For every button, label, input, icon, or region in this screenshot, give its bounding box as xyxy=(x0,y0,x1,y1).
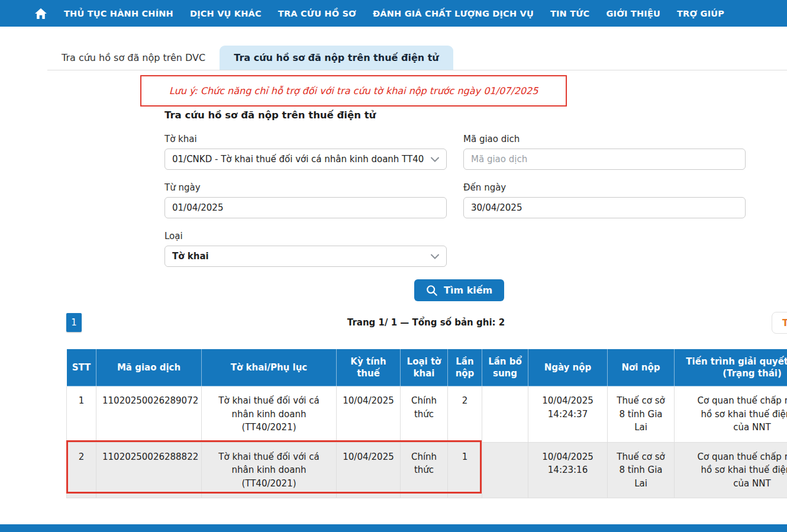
pagination-summary: Trang 1/ 1 — Tổng số bản ghi: 2 xyxy=(65,317,787,328)
field-tu-ngay: Từ ngày xyxy=(165,182,447,218)
tab-bar: Tra cứu hồ sơ đã nộp trên DVC Tra cứu hồ… xyxy=(47,46,787,70)
field-den-ngay: Đến ngày xyxy=(463,182,746,218)
cell-noi-nop: Thuế cơ sở 8 tỉnh Gia Lai xyxy=(608,442,675,498)
to-khai-select[interactable]: 01/CNKD - Tờ khai thuế đối với cá nhân k… xyxy=(165,149,447,170)
col-header-tien-trinh: Tiến trình giải quyết hồ sơ (Trạng thái) xyxy=(675,349,787,386)
ma-giao-dich-input[interactable] xyxy=(471,154,738,165)
tu-ngay-control xyxy=(165,197,447,218)
results-table-wrap: STT Mã giao dịch Tờ khai/Phụ lục Kỳ tính… xyxy=(66,349,787,498)
cell-lan-nop: 1 xyxy=(448,442,482,498)
field-to-khai: Tờ khai 01/CNKD - Tờ khai thuế đối với c… xyxy=(165,134,447,170)
cell-lan-bo-sung xyxy=(482,442,528,498)
col-header-loai-to-khai: Loại tờ khai xyxy=(401,349,448,386)
col-header-ngay-nop: Ngày nộp xyxy=(528,349,608,386)
search-icon xyxy=(426,285,438,296)
nav-item-thu-tuc-hanh-chinh[interactable]: THỦ TỤC HÀNH CHÍNH xyxy=(64,9,173,18)
ma-giao-dich-label: Mã giao dich xyxy=(463,134,746,144)
ma-giao-dich-control xyxy=(463,149,746,170)
chevron-down-icon xyxy=(431,254,439,259)
loai-label: Loại xyxy=(165,231,447,241)
to-khai-value: 01/CNKD - Tờ khai thuế đối với cá nhân k… xyxy=(172,154,424,165)
cell-tien-trinh: Cơ quan thuế chấp nhận hồ sơ khai thuế đ… xyxy=(675,442,787,498)
cell-noi-nop: Thuế cơ sở 8 tỉnh Gia Lai xyxy=(608,386,675,443)
cell-ngay-nop: 10/04/2025 14:24:37 xyxy=(528,386,608,443)
search-button-label: Tìm kiếm xyxy=(444,285,492,296)
cell-stt: 2 xyxy=(67,442,96,498)
top-navbar: THỦ TỤC HÀNH CHÍNH DỊCH VỤ KHÁC TRA CỨU … xyxy=(0,0,787,27)
cell-to-khai: Tờ khai thuế đối với cá nhân kinh doanh … xyxy=(202,442,337,498)
col-header-stt: STT xyxy=(67,349,96,386)
table-header-row: STT Mã giao dịch Tờ khai/Phụ lục Kỳ tính… xyxy=(67,349,787,386)
loai-select[interactable]: Tờ khai xyxy=(165,246,447,267)
col-header-ma-giao-dich: Mã giao dịch xyxy=(96,349,202,386)
loai-value: Tờ khai xyxy=(172,251,209,262)
cell-ky-tinh-thue: 10/04/2025 xyxy=(337,442,401,498)
to-khai-label: Tờ khai xyxy=(165,134,447,144)
col-header-noi-nop: Nơi nộp xyxy=(608,349,675,386)
cell-loai-to-khai: Chính thức xyxy=(401,386,448,443)
cell-tien-trinh: Cơ quan thuế chấp nhận hồ sơ khai thuế đ… xyxy=(675,386,787,443)
tab-tra-cuu-thue-dien-tu[interactable]: Tra cứu hồ sơ đã nộp trên thuế điện tử xyxy=(220,46,453,70)
cell-ngay-nop: 10/04/2025 14:23:16 xyxy=(528,442,608,498)
notice-text: Lưu ý: Chức năng chỉ hỗ trợ đối với tra … xyxy=(169,85,538,96)
cell-ma-giao-dich: 11020250026289072 xyxy=(96,386,202,443)
tab-tra-cuu-dvc[interactable]: Tra cứu hồ sơ đã nộp trên DVC xyxy=(47,46,220,70)
cell-loai-to-khai: Chính thức xyxy=(401,442,448,498)
cell-lan-nop: 2 xyxy=(448,386,482,443)
nav-item-tra-cuu-ho-so[interactable]: TRA CỨU HỒ SƠ xyxy=(278,9,356,18)
den-ngay-label: Đến ngày xyxy=(463,182,746,193)
cell-ky-tinh-thue: 10/04/2025 xyxy=(337,386,401,443)
field-ma-giao-dich: Mã giao dich xyxy=(463,134,746,170)
col-header-lan-nop: Lần nộp xyxy=(448,349,482,386)
field-loai: Loại Tờ khai xyxy=(165,231,447,267)
col-header-to-khai-phu-luc: Tờ khai/Phụ lục xyxy=(202,349,337,386)
col-header-lan-bo-sung: Lần bổ sung xyxy=(482,349,528,386)
cell-ma-giao-dich: 11020250026288822 xyxy=(96,442,202,498)
den-ngay-input[interactable] xyxy=(471,202,738,213)
den-ngay-control xyxy=(463,197,746,218)
col-header-ky-tinh-thue: Kỳ tính thuế xyxy=(337,349,401,386)
results-table: STT Mã giao dịch Tờ khai/Phụ lục Kỳ tính… xyxy=(66,349,787,498)
search-button[interactable]: Tìm kiếm xyxy=(414,279,504,301)
nav-item-gioi-thieu[interactable]: GIỚI THIỆU xyxy=(606,9,660,18)
notice-box: Lưu ý: Chức năng chỉ hỗ trợ đối với tra … xyxy=(140,75,567,107)
footer-bar xyxy=(0,524,787,532)
cell-to-khai: Tờ khai thuế đối với cá nhân kinh doanh … xyxy=(202,386,337,443)
nav-item-dich-vu-khac[interactable]: DỊCH VỤ KHÁC xyxy=(190,9,262,18)
nav-item-tro-giup[interactable]: TRỢ GIÚP xyxy=(677,9,724,18)
chevron-down-icon xyxy=(431,157,439,162)
tu-ngay-input[interactable] xyxy=(172,202,439,213)
nav-item-tin-tuc[interactable]: TIN TỨC xyxy=(550,9,590,18)
tu-ngay-label: Từ ngày xyxy=(165,182,447,193)
form-title: Tra cứu hồ sơ đã nộp trên thuế điện tử xyxy=(165,109,376,121)
home-icon[interactable] xyxy=(34,8,47,20)
cell-stt: 1 xyxy=(67,386,96,443)
clipped-right-button[interactable]: T xyxy=(772,312,787,334)
nav-item-danh-gia-chat-luong[interactable]: ĐÁNH GIÁ CHẤT LƯỢNG DỊCH VỤ xyxy=(373,9,534,18)
search-form: Tờ khai 01/CNKD - Tờ khai thuế đối với c… xyxy=(165,134,746,267)
table-row[interactable]: 1 11020250026289072 Tờ khai thuế đối với… xyxy=(67,386,787,443)
cell-lan-bo-sung xyxy=(482,386,528,443)
table-row[interactable]: 2 11020250026288822 Tờ khai thuế đối với… xyxy=(67,442,787,498)
